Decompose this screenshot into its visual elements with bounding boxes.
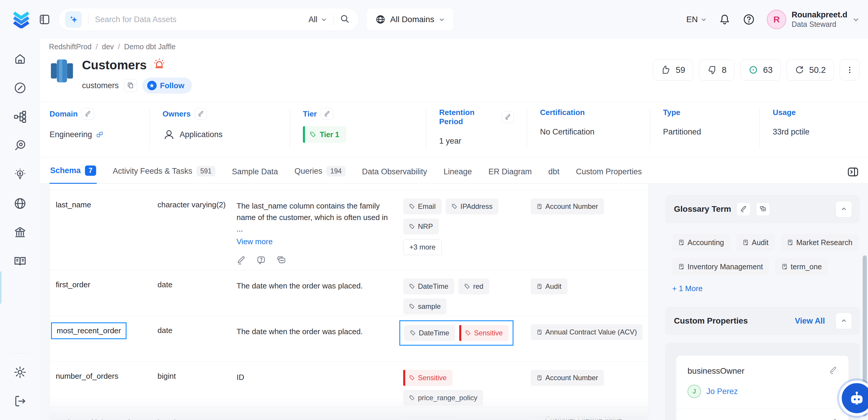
settings-gear-icon[interactable] bbox=[9, 361, 31, 384]
copy-name-icon[interactable] bbox=[124, 79, 137, 92]
meta-tier: Tier Tier 1 bbox=[290, 108, 426, 149]
domains-filter-button[interactable]: All Domains bbox=[366, 8, 454, 31]
tag-chip[interactable]: IPAddress bbox=[446, 199, 498, 214]
column-name: first_order bbox=[56, 278, 157, 289]
tag-chip[interactable]: Email bbox=[403, 199, 441, 214]
tag-chip[interactable]: NRP bbox=[403, 218, 439, 235]
tab-sample-data[interactable]: Sample Data bbox=[231, 167, 278, 183]
logout-icon[interactable] bbox=[9, 390, 31, 412]
glossary-term-chip[interactable]: Account Number bbox=[531, 370, 604, 386]
edit-glossary-terms-icon[interactable] bbox=[737, 202, 751, 216]
ai-sparkle-icon[interactable] bbox=[65, 11, 82, 28]
tag-chip[interactable]: DateTime bbox=[403, 278, 454, 294]
glossary-term-chip[interactable]: Market Research bbox=[781, 234, 858, 251]
breadcrumb-database[interactable]: dev bbox=[102, 42, 114, 51]
help-icon[interactable] bbox=[743, 13, 755, 26]
breadcrumb-schema[interactable]: Demo dbt Jaffle bbox=[124, 42, 176, 51]
sensitive-tag-chip[interactable]: Sensitive bbox=[403, 370, 453, 386]
tab-activity-feeds[interactable]: Activity Feeds & Tasks591 bbox=[112, 166, 216, 183]
comments-icon[interactable] bbox=[277, 256, 286, 265]
tag-chip[interactable]: price_range_policy bbox=[403, 390, 483, 406]
certification-value: No Certification bbox=[540, 127, 595, 137]
expand-panel-icon[interactable] bbox=[847, 166, 859, 183]
sidebar-item-explore-icon[interactable] bbox=[9, 77, 31, 99]
view-all-link[interactable]: View All bbox=[795, 317, 825, 326]
owner-link[interactable]: Jo Perez bbox=[706, 387, 738, 396]
collapse-glossary-panel-icon[interactable] bbox=[836, 201, 852, 217]
sidebar-item-lineage-icon[interactable] bbox=[9, 106, 31, 128]
language-dropdown[interactable]: EN bbox=[686, 15, 707, 24]
tab-label: dbt bbox=[548, 167, 559, 176]
more-actions-kebab-icon[interactable] bbox=[840, 59, 860, 81]
tag-icon bbox=[409, 204, 415, 209]
tag-chip[interactable]: red bbox=[458, 278, 489, 294]
request-description-icon[interactable] bbox=[257, 256, 266, 265]
table-row[interactable]: customer_lifetime_value bigint No Descri… bbox=[50, 407, 648, 420]
health-score-button[interactable]: 63 bbox=[740, 59, 780, 81]
sidebar-item-govern-icon[interactable] bbox=[9, 221, 31, 244]
glossary-term-chip[interactable]: Customer Lifetime Value (CLV) bbox=[531, 416, 644, 420]
glossary-term-chip[interactable]: Annual Contract Value (ACV) bbox=[531, 324, 643, 340]
view-more-link[interactable]: View more bbox=[237, 236, 273, 247]
search-icon[interactable] bbox=[340, 14, 349, 25]
downvote-button[interactable]: 8 bbox=[699, 59, 734, 81]
sidebar-item-home-icon[interactable] bbox=[9, 48, 31, 70]
table-row[interactable]: last_name character varying(2) The last_… bbox=[50, 190, 648, 270]
owners-value[interactable]: Applications bbox=[180, 130, 223, 139]
glossary-comments-icon[interactable] bbox=[756, 202, 770, 216]
glossary-term-chip[interactable]: term_one bbox=[775, 258, 828, 275]
glossary-more-link[interactable]: + 1 More bbox=[672, 284, 703, 293]
edit-business-owner-icon[interactable] bbox=[829, 366, 837, 374]
column-glossary-terms: Account Number bbox=[531, 370, 648, 386]
sidebar-toggle-icon[interactable] bbox=[38, 13, 51, 26]
search-scope-dropdown[interactable]: All bbox=[309, 15, 327, 24]
glossary-term-chip[interactable]: Audit bbox=[737, 234, 775, 251]
tab-dbt[interactable]: dbt bbox=[548, 167, 560, 183]
follow-button[interactable]: ★ Follow bbox=[143, 78, 192, 93]
edit-certified-icon[interactable] bbox=[829, 419, 837, 420]
breadcrumb-service[interactable]: RedshiftProd bbox=[49, 42, 92, 51]
sidebar-item-domains-icon[interactable] bbox=[9, 192, 31, 215]
usage-score-button[interactable]: 50.2 bbox=[786, 59, 834, 81]
description-text: The date when the order was placed. bbox=[237, 327, 363, 336]
sensitive-tag-chip[interactable]: Sensitive bbox=[459, 325, 508, 341]
notifications-bell-icon[interactable] bbox=[718, 13, 731, 26]
custom-properties-header: Custom Properties View All bbox=[665, 307, 860, 335]
tab-lineage[interactable]: Lineage bbox=[443, 167, 472, 183]
edit-retention-icon[interactable] bbox=[502, 111, 514, 123]
glossary-term-chip[interactable]: Audit bbox=[531, 278, 567, 294]
domain-value[interactable]: Engineering bbox=[50, 130, 92, 139]
table-row[interactable]: number_of_orders bigint ID Sensitive pri… bbox=[50, 362, 648, 407]
tab-data-observability[interactable]: Data Observability bbox=[361, 167, 428, 183]
edit-description-icon[interactable] bbox=[237, 256, 246, 265]
collapse-custom-properties-icon[interactable] bbox=[836, 313, 852, 329]
tag-chip[interactable]: IPAddress bbox=[403, 416, 456, 420]
glossary-term-chip[interactable]: Inventory Management bbox=[672, 258, 769, 275]
edit-tier-icon[interactable] bbox=[321, 108, 333, 120]
tag-chip[interactable]: DateTime bbox=[404, 325, 455, 341]
tab-custom-properties[interactable]: Custom Properties bbox=[576, 167, 643, 183]
edit-domain-icon[interactable] bbox=[82, 108, 94, 120]
glossary-book-icon bbox=[678, 239, 685, 246]
user-menu[interactable]: R Rounakpreet.d Data Steward bbox=[767, 10, 859, 29]
upvote-button[interactable]: 59 bbox=[653, 59, 693, 81]
tab-queries[interactable]: Queries194 bbox=[294, 166, 346, 183]
tier-chip[interactable]: Tier 1 bbox=[303, 126, 346, 143]
glossary-term-chip[interactable]: Account Number bbox=[531, 199, 604, 214]
tag-chip[interactable]: sample bbox=[403, 299, 446, 314]
more-tags-chip[interactable]: +3 more bbox=[403, 239, 442, 255]
column-name: most_recent_order bbox=[57, 326, 121, 335]
table-row[interactable]: first_order date The date when the order… bbox=[50, 270, 648, 316]
tab-schema[interactable]: Schema7 bbox=[50, 166, 97, 184]
tab-er-diagram[interactable]: ER Diagram bbox=[488, 167, 532, 183]
glossary-term-chip[interactable]: Accounting bbox=[672, 234, 730, 251]
alert-siren-icon[interactable] bbox=[153, 57, 166, 73]
search-input[interactable] bbox=[95, 15, 302, 24]
sidebar-item-insights-icon[interactable] bbox=[9, 163, 31, 186]
sidebar-item-glossary-icon[interactable] bbox=[9, 250, 31, 272]
custom-properties-card: businessOwner J Jo Perez certified bbox=[676, 356, 848, 420]
sidebar-item-observability-icon[interactable] bbox=[9, 134, 31, 157]
table-row-highlighted[interactable]: most_recent_order date The date when the… bbox=[50, 316, 648, 362]
app-logo-icon[interactable] bbox=[12, 9, 31, 30]
edit-owners-icon[interactable] bbox=[195, 108, 207, 120]
